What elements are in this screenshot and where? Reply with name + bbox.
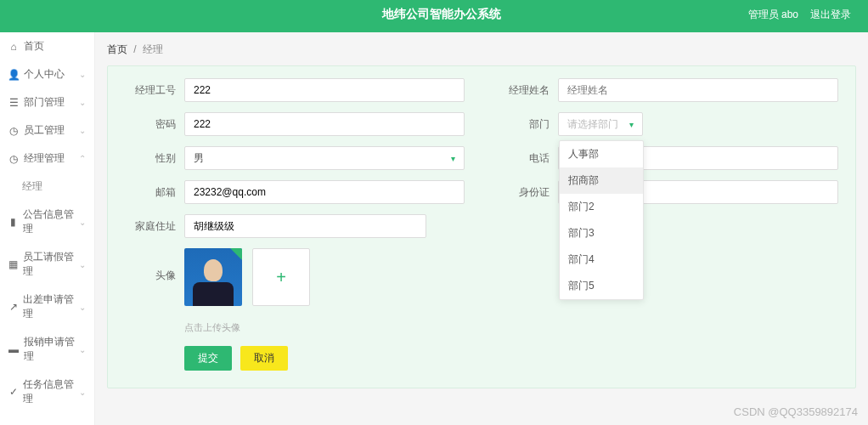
manager-name-input[interactable] <box>567 84 829 96</box>
label-gender: 性别 <box>125 151 176 166</box>
sidebar-item-trip[interactable]: ↗出差申请管理 ⌄ <box>0 286 94 328</box>
sidebar-sub-manager[interactable]: 经理 <box>0 173 94 201</box>
chevron-down-icon: ⌄ <box>79 388 86 397</box>
sidebar-item-manager[interactable]: ◷经理管理 ⌃ <box>0 144 94 173</box>
sidebar-item-announcement[interactable]: ▮公告信息管理 ⌄ <box>0 201 94 243</box>
avatar-upload-button[interactable]: + <box>252 248 310 306</box>
dropdown-option[interactable]: 部门3 <box>560 220 643 246</box>
chevron-down-icon: ▾ <box>451 154 455 163</box>
chevron-down-icon: ⌄ <box>79 345 86 354</box>
avatar-hint: 点击上传头像 <box>184 321 838 334</box>
dropdown-option[interactable]: 部门2 <box>560 194 643 220</box>
sidebar: ⌂首页 👤个人中心 ⌄ ☰部门管理 ⌄ ◷员工管理 ⌄ ◷经理管理 ⌃ 经理 ▮… <box>0 32 95 425</box>
chevron-down-icon: ▾ <box>629 120 634 129</box>
form-card: 经理工号 经理姓名 密码 部门 请选择部门 ▾ <box>107 65 856 388</box>
cancel-button[interactable]: 取消 <box>240 346 288 371</box>
avatar-preview[interactable] <box>184 248 242 306</box>
breadcrumb-current: 经理 <box>143 43 163 55</box>
chevron-down-icon: ⌄ <box>79 218 86 227</box>
label-manager-name: 经理姓名 <box>499 83 550 98</box>
label-department: 部门 <box>499 117 550 132</box>
sidebar-item-reimburse[interactable]: ▬报销申请管理 ⌄ <box>0 328 94 371</box>
clock-icon: ◷ <box>8 154 19 164</box>
chart-icon: ▮ <box>8 217 18 227</box>
gender-select[interactable]: 男 ▾ <box>184 146 465 170</box>
breadcrumb-home[interactable]: 首页 <box>107 43 127 55</box>
label-avatar: 头像 <box>125 269 176 283</box>
dropdown-option[interactable]: 招商部 <box>560 167 643 194</box>
label-password: 密码 <box>125 117 176 132</box>
arrow-icon: ↗ <box>8 302 18 312</box>
dropdown-option[interactable]: 部门4 <box>560 246 643 273</box>
admin-label[interactable]: 管理员 abo <box>748 8 798 22</box>
label-manager-id: 经理工号 <box>125 83 176 98</box>
sidebar-item-home[interactable]: ⌂首页 <box>0 32 94 60</box>
chevron-up-icon: ⌃ <box>79 154 86 163</box>
watermark: CSDN @QQ3359892174 <box>734 405 858 418</box>
sidebar-item-leave[interactable]: ▦员工请假管理 ⌄ <box>0 243 94 286</box>
breadcrumb: 首页 / 经理 <box>107 42 856 57</box>
sidebar-item-department[interactable]: ☰部门管理 ⌄ <box>0 88 94 116</box>
chevron-down-icon: ⌄ <box>79 260 86 269</box>
top-bar: 地纬公司智能办公系统 管理员 abo 退出登录 <box>0 0 868 29</box>
label-email: 邮箱 <box>125 185 176 200</box>
email-input[interactable] <box>194 186 455 198</box>
label-phone: 电话 <box>499 151 550 166</box>
department-select[interactable]: 请选择部门 ▾ 人事部 招商部 部门2 部门3 部门4 部门5 <box>558 112 643 136</box>
calendar-icon: ▦ <box>8 259 18 269</box>
label-address: 家庭住址 <box>125 219 176 234</box>
home-icon: ⌂ <box>8 42 19 52</box>
plus-icon: + <box>276 268 286 287</box>
chevron-down-icon: ⌄ <box>79 303 86 312</box>
app-title: 地纬公司智能办公系统 <box>136 7 748 22</box>
list-icon: ☰ <box>8 98 19 108</box>
chevron-down-icon: ⌄ <box>79 98 86 107</box>
logout-link[interactable]: 退出登录 <box>810 8 851 22</box>
chevron-down-icon: ⌄ <box>79 126 86 135</box>
sidebar-item-task[interactable]: ✓任务信息管理 ⌄ <box>0 371 94 413</box>
sidebar-item-employee[interactable]: ◷员工管理 ⌄ <box>0 116 94 144</box>
money-icon: ▬ <box>8 344 19 354</box>
dropdown-option[interactable]: 人事部 <box>560 141 643 167</box>
clock-icon: ◷ <box>8 126 19 136</box>
sidebar-item-profile[interactable]: 👤个人中心 ⌄ <box>0 60 94 88</box>
dropdown-option[interactable]: 部门5 <box>560 273 643 299</box>
user-icon: 👤 <box>8 70 19 80</box>
submit-button[interactable]: 提交 <box>184 346 232 371</box>
manager-id-input[interactable] <box>194 84 455 96</box>
address-input[interactable] <box>194 220 417 232</box>
chevron-down-icon: ⌄ <box>79 70 86 79</box>
main-content: 首页 / 经理 经理工号 经理姓名 密码 部门 <box>95 32 868 425</box>
department-dropdown: 人事部 招商部 部门2 部门3 部门4 部门5 <box>559 140 644 300</box>
task-icon: ✓ <box>8 387 18 397</box>
password-input[interactable] <box>194 118 455 130</box>
label-idcard: 身份证 <box>499 185 550 200</box>
